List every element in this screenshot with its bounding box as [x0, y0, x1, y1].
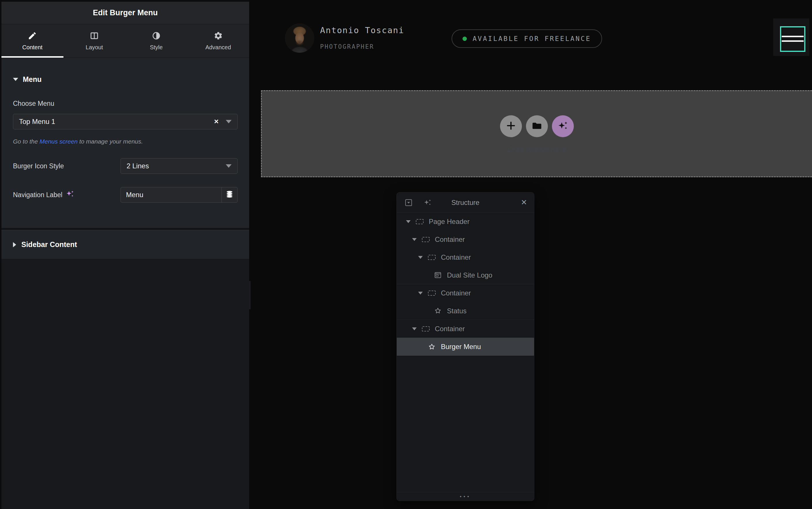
database-icon: [225, 190, 234, 200]
structure-item-burger-menu[interactable]: Burger Menu: [397, 338, 534, 356]
structure-resize-handle[interactable]: •••: [397, 492, 534, 501]
green-dot-icon: [462, 37, 467, 41]
navigation-label-row: Navigation Label Menu: [13, 187, 237, 203]
site-logo-icon: [434, 271, 442, 279]
tab-style[interactable]: Style: [125, 24, 188, 58]
dynamic-tags-button[interactable]: [222, 188, 237, 202]
sidebar-content-section-toggle[interactable]: Sidebar Content: [1, 230, 249, 259]
menu-section-heading: Menu: [23, 75, 41, 83]
plus-icon: [506, 120, 516, 132]
panel-empty-area: [1, 259, 249, 509]
chevron-down-icon[interactable]: [412, 328, 417, 330]
folder-icon: [531, 120, 542, 132]
avatar: [285, 23, 314, 53]
chevron-down-icon[interactable]: [418, 292, 423, 295]
gear-icon: [214, 31, 223, 40]
container-icon: [422, 237, 430, 242]
menus-screen-link[interactable]: Menus screen: [39, 138, 77, 145]
ai-generate-button[interactable]: [552, 115, 574, 137]
widget-dropzone[interactable]: Drag widget here: [261, 90, 812, 177]
ai-sparkles-icon: [557, 120, 569, 132]
editor-canvas: Antonio Toscani PHOTOGRAPHER AVAILABLE F…: [251, 0, 812, 509]
close-icon[interactable]: ✕: [521, 193, 527, 212]
menu-section: Menu Choose Menu Top Menu 1 ✕ Go to the …: [1, 58, 249, 228]
structure-item-label: Container: [435, 325, 465, 333]
menu-help-text: Go to the Menus screen to manage your me…: [13, 138, 237, 145]
navigation-label-input[interactable]: Menu: [121, 188, 222, 202]
tab-label: Style: [150, 44, 163, 51]
structure-item-container[interactable]: Container: [397, 284, 534, 302]
container-icon: [428, 291, 436, 296]
burger-icon-style-value: 2 Lines: [127, 162, 226, 170]
tab-content[interactable]: Content: [1, 24, 63, 58]
chevron-down-icon[interactable]: [412, 238, 417, 241]
burger-icon-style-row: Burger Icon Style 2 Lines: [13, 158, 237, 174]
tab-layout[interactable]: Layout: [63, 24, 125, 58]
structure-item-label: Burger Menu: [441, 343, 481, 351]
tab-label: Layout: [86, 44, 103, 51]
dropzone-buttons: [262, 115, 812, 137]
structure-item-container[interactable]: Container: [397, 320, 534, 338]
burger-icon-style-select[interactable]: 2 Lines: [121, 158, 237, 174]
chevron-down-icon: [226, 120, 232, 123]
sidebar-content-heading: Sidebar Content: [21, 240, 77, 249]
burger-icon-2-lines: [780, 26, 805, 52]
choose-menu-value: Top Menu 1: [19, 117, 214, 126]
settings-panel: Edit Burger Menu Content Layout Style: [0, 0, 249, 509]
profile-name: Antonio Toscani: [320, 25, 404, 35]
structure-panel: Structure ✕ Page Header Cont: [396, 192, 534, 501]
chevron-down-icon: [226, 164, 232, 168]
star-icon: [428, 343, 436, 351]
container-icon: [428, 255, 436, 260]
chevron-down-icon: [13, 78, 18, 81]
structure-item-label: Container: [441, 289, 471, 297]
navigation-label-label: Navigation Label: [13, 191, 62, 199]
contrast-icon: [152, 31, 161, 40]
menu-section-toggle[interactable]: Menu: [13, 75, 237, 83]
chevron-down-icon[interactable]: [406, 220, 411, 223]
burger-line-icon: [782, 36, 804, 37]
collapse-all-icon[interactable]: [404, 198, 413, 207]
structure-item-label: Container: [435, 235, 465, 243]
tab-label: Content: [22, 44, 42, 51]
template-library-button[interactable]: [526, 115, 548, 137]
navigation-label-input-group: Menu: [121, 187, 237, 203]
panel-header: Edit Burger Menu: [1, 0, 249, 24]
structure-title: Structure: [397, 199, 534, 207]
container-icon: [422, 326, 430, 332]
choose-menu-label: Choose Menu: [13, 100, 237, 107]
elementor-editor: Edit Burger Menu Content Layout Style: [0, 0, 812, 509]
ai-sparkles-icon[interactable]: [66, 190, 74, 200]
container-icon: [416, 219, 424, 224]
burger-icon-style-label: Burger Icon Style: [13, 162, 121, 170]
tab-label: Advanced: [205, 44, 231, 51]
clear-icon[interactable]: ✕: [214, 118, 219, 125]
structure-tree: Page Header Container Container: [397, 213, 534, 356]
profile-role: PHOTOGRAPHER: [320, 43, 374, 50]
structure-item-status[interactable]: Status: [397, 302, 534, 320]
section-divider: [1, 228, 249, 230]
structure-item-dual-site-logo[interactable]: Dual Site Logo: [397, 266, 534, 284]
structure-item-container[interactable]: Container: [397, 231, 534, 248]
status-badge-text: AVAILABLE FOR FREELANCE: [473, 35, 591, 42]
burger-menu-widget[interactable]: [773, 19, 809, 56]
ai-sparkles-icon[interactable]: [423, 198, 432, 207]
burger-line-icon: [782, 40, 804, 42]
structure-item-label: Container: [441, 253, 471, 262]
star-icon: [434, 307, 442, 315]
chevron-right-icon: [13, 242, 16, 247]
pencil-icon: [28, 31, 37, 40]
choose-menu-select[interactable]: Top Menu 1 ✕: [13, 114, 237, 129]
columns-icon: [90, 31, 99, 40]
structure-item-label: Status: [447, 307, 466, 315]
structure-item-container[interactable]: Container: [397, 248, 534, 266]
tab-advanced[interactable]: Advanced: [187, 24, 249, 58]
panel-tabs: Content Layout Style Advanced: [1, 24, 249, 58]
chevron-down-icon[interactable]: [418, 256, 423, 259]
structure-header[interactable]: Structure ✕: [397, 193, 534, 213]
structure-item-page-header[interactable]: Page Header: [397, 213, 534, 231]
structure-item-label: Dual Site Logo: [447, 271, 492, 279]
add-widget-button[interactable]: [500, 115, 522, 137]
structure-item-label: Page Header: [429, 217, 469, 226]
dropzone-hint: Drag widget here: [262, 145, 812, 154]
